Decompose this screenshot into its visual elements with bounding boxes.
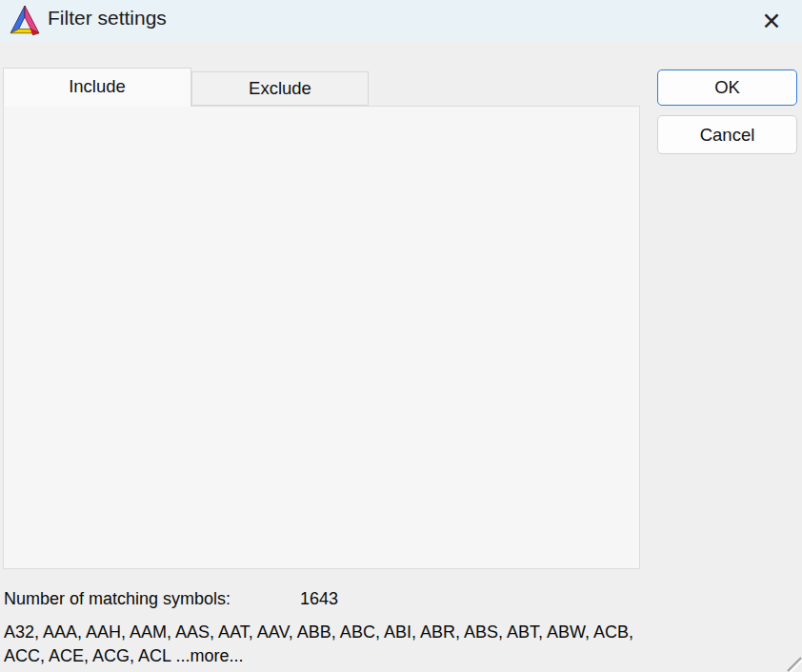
resize-grip[interactable] (785, 655, 802, 672)
window-title: Filter settings (48, 7, 167, 30)
tab-exclude[interactable]: Exclude (191, 71, 369, 106)
titlebar: Filter settings ✕ (0, 0, 802, 42)
matching-symbols-label: Number of matching symbols: (4, 589, 231, 609)
filter-settings-dialog: Filter settings ✕ Include Exclude Catego… (0, 0, 802, 672)
tab-include[interactable]: Include (3, 68, 191, 107)
include-tab-panel (3, 106, 640, 569)
symbols-list-line-2[interactable]: ACC, ACE, ACG, ACL ...more... (4, 646, 243, 666)
cancel-button[interactable]: Cancel (657, 115, 797, 154)
ok-button[interactable]: OK (657, 69, 797, 106)
amibroker-logo-icon (9, 5, 41, 37)
symbols-list-line-1: A32, AAA, AAH, AAM, AAS, AAT, AAV, ABB, … (4, 623, 633, 642)
close-icon[interactable]: ✕ (752, 4, 791, 38)
matching-symbols-count: 1643 (300, 589, 338, 609)
